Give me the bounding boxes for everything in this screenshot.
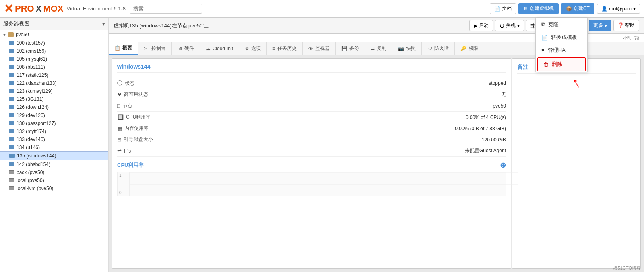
node-icon [8, 32, 14, 37]
sidebar-item-102[interactable]: 102 (cms159) [0, 47, 108, 55]
row-icon: 🔲 [117, 114, 124, 120]
expand-arrow-icon: ▼ [2, 33, 6, 37]
cpu-utilization-section: CPU利用率 ⊕ 1 0 [117, 161, 506, 196]
monitor-icon: 🖥 [178, 46, 182, 51]
sidebar-item-117[interactable]: 117 (static125) [0, 71, 108, 79]
vm-icon [9, 49, 14, 53]
plus-circle-icon[interactable]: ⊕ [500, 161, 506, 170]
dropdown-item-2[interactable]: ♥管理HA [536, 44, 587, 57]
dropdown-menu: ⧉克隆📄转换成模板♥管理HA🗑删除 [535, 18, 588, 72]
info-value: 0.00% of 4 CPU(s) [173, 115, 506, 120]
sidebar-item-123[interactable]: 123 (kumayi129) [0, 87, 108, 95]
vm-icon [9, 162, 14, 166]
create-vm-icon: 🖥 [523, 6, 528, 12]
vm-title: 虚拟机135 (windows144)在节点'pve50'上 [114, 22, 209, 29]
search-input[interactable] [130, 4, 202, 14]
sidebar-item-108[interactable]: 108 (bbs111) [0, 63, 108, 71]
logo-text3: MOX [43, 4, 63, 14]
sidebar-item-125[interactable]: 125 (3G131) [0, 95, 108, 103]
info-row: ❤ 高可用状态 无 [117, 89, 506, 100]
info-label: ⊟ 引导磁盘大小 [117, 136, 173, 143]
chevron-down-icon: ▾ [633, 6, 636, 12]
logo: ✕ PROXMOX Virtual Environment 6.1-8 [4, 2, 126, 15]
user-icon: 👤 [601, 6, 607, 12]
tab-overview[interactable]: 📋概要 [109, 42, 138, 55]
sidebar-item-126[interactable]: 126 (down124) [0, 103, 108, 111]
row-icon: ▦ [117, 125, 122, 131]
row-icon: ⓘ [117, 80, 122, 87]
sidebar-item-129[interactable]: 129 (dev126) [0, 111, 108, 119]
info-value: pve50 [173, 103, 506, 109]
cpu-chart: 1 0 [117, 172, 506, 196]
vm-icon [9, 113, 14, 117]
topbar-actions: 📄 文档 🖥 创建虚拟机 📦 创建CT 👤 root@pam ▾ [490, 3, 640, 14]
sidebar: 服务器视图 ▾ ▼ pve50 100 (test157) 102 (cms15… [0, 18, 109, 272]
sidebar-item-132[interactable]: 132 (mytt174) [0, 127, 108, 135]
info-label: ❤ 高可用状态 [117, 91, 173, 98]
tab-snapshot[interactable]: 📷快照 [392, 42, 422, 55]
sidebar-item-storage[interactable]: local-lvm (pve50) [0, 184, 108, 192]
tab-options[interactable]: ⚙选项 [239, 42, 267, 55]
power-icon: ⏻ [500, 23, 504, 29]
help-icon: ❓ [618, 22, 624, 28]
user-menu-button[interactable]: 👤 root@pam ▾ [597, 4, 640, 14]
chevron-down-icon: ▾ [102, 21, 105, 27]
shield-icon: 🛡 [427, 46, 432, 51]
info-row: □ 节点 pve50 [117, 100, 506, 112]
info-label: ▦ 内存使用率 [117, 125, 173, 132]
document-icon: 📋 [114, 45, 120, 51]
tab-task-history[interactable]: ≡任务历史 [267, 42, 303, 55]
info-row: ⇌ IPs 未配置Guest Agent [117, 145, 506, 157]
sidebar-item-100[interactable]: 100 (test157) [0, 39, 108, 47]
sidebar-item-pve50[interactable]: ▼ pve50 [0, 30, 108, 39]
logo-text: PRO [15, 4, 34, 14]
eye-icon: 👁 [308, 46, 313, 51]
dropdown-item-0[interactable]: ⧉克隆 [536, 18, 587, 31]
sidebar-item-134[interactable]: 134 (u146) [0, 143, 108, 151]
tab-monitor[interactable]: 👁监视器 [303, 42, 336, 55]
row-icon: ❤ [117, 92, 122, 98]
tab-backup[interactable]: 💾备份 [336, 42, 365, 55]
sidebar-item-133[interactable]: 133 (dev140) [0, 135, 108, 143]
sidebar-item-142[interactable]: 142 (bbsbd154) [0, 160, 108, 168]
vm-icon [9, 137, 14, 141]
tab-replication[interactable]: ⇄复制 [365, 42, 392, 55]
sidebar-item-135[interactable]: 135 (windows144) [0, 151, 108, 160]
dropdown-item-3[interactable]: 🗑删除 [537, 57, 586, 71]
shutdown-button[interactable]: ⏻ 关机 ▾ [495, 20, 524, 31]
start-button[interactable]: ▶ 启动 [469, 20, 493, 31]
dropdown-item-1[interactable]: 📄转换成模板 [536, 31, 587, 44]
vm-icon [9, 145, 14, 149]
topbar: ✕ PROXMOX Virtual Environment 6.1-8 📄 文档… [0, 0, 644, 18]
help-button[interactable]: ❓ 帮助 [613, 20, 639, 31]
create-vm-button[interactable]: 🖥 创建虚拟机 [518, 3, 559, 14]
info-panel: windows144 ⓘ 状态 stopped ❤ 高可用状态 无 □ 节点 p… [112, 58, 511, 269]
docs-button[interactable]: 📄 文档 [490, 3, 516, 14]
tab-permissions[interactable]: 🔑权限 [455, 42, 484, 55]
storage-icon [9, 170, 14, 174]
tab-hardware[interactable]: 🖥硬件 [172, 42, 200, 55]
sidebar-item-storage[interactable]: local (pve50) [0, 176, 108, 184]
sidebar-item-130[interactable]: 130 (passport127) [0, 119, 108, 127]
sidebar-item-122[interactable]: 122 (xiaozhan133) [0, 79, 108, 87]
tab-firewall[interactable]: 🛡防火墙 [422, 42, 455, 55]
sidebar-item-storage[interactable]: back (pve50) [0, 168, 108, 176]
tab-console[interactable]: >_控制台 [138, 42, 172, 55]
ha-manage-icon: ♥ [541, 47, 545, 53]
info-value: 120.00 GiB [173, 137, 506, 143]
clone-icon: ⧉ [541, 21, 545, 28]
vm-icon [9, 121, 14, 125]
vm-icon [9, 73, 14, 77]
more-button[interactable]: 更多 ▾ [589, 20, 611, 31]
row-icon: ⇌ [117, 148, 122, 154]
create-ct-button[interactable]: 📦 创建CT [561, 3, 594, 14]
logo-x: ✕ [4, 2, 13, 15]
snapshot-icon: 📷 [398, 46, 404, 51]
sidebar-header: 服务器视图 ▾ [0, 18, 108, 30]
info-value: 0.00% (0 B of 7.88 GiB) [173, 126, 506, 131]
cpu-title: CPU利用率 ⊕ [117, 161, 506, 170]
template-icon: 📄 [541, 35, 548, 41]
vm-icon [9, 89, 14, 93]
tab-cloud-init[interactable]: ☁Cloud-Init [200, 42, 239, 55]
sidebar-item-105[interactable]: 105 (mysql61) [0, 55, 108, 63]
